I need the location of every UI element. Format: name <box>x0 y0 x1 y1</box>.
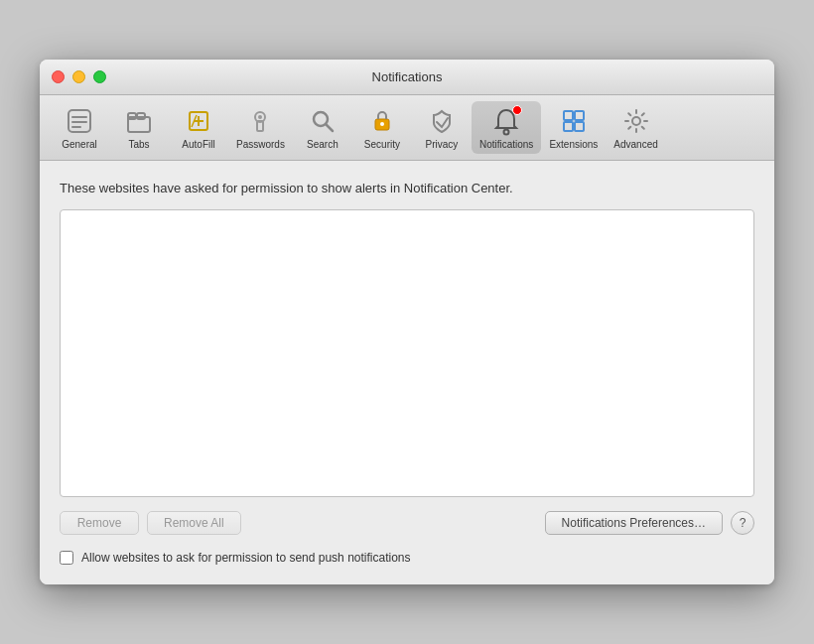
general-label: General <box>62 139 97 150</box>
toolbar-item-tabs[interactable]: Tabs <box>109 101 169 154</box>
general-icon <box>64 105 95 137</box>
push-notifications-checkbox[interactable] <box>60 551 73 565</box>
notifications-preferences-button[interactable]: Notifications Preferences… <box>545 511 723 535</box>
button-row: Remove Remove All Notifications Preferen… <box>60 511 754 535</box>
extensions-icon <box>558 105 590 137</box>
toolbar-item-autofill[interactable]: AutoFill <box>169 101 228 154</box>
svg-rect-20 <box>564 122 573 131</box>
autofill-label: AutoFill <box>182 139 214 150</box>
push-notifications-label: Allow websites to ask for permission to … <box>81 551 411 565</box>
security-icon <box>366 105 398 137</box>
advanced-icon <box>620 105 652 137</box>
svg-rect-3 <box>71 126 81 128</box>
toolbar-item-extensions[interactable]: Extensions <box>541 101 606 154</box>
autofill-icon <box>183 105 214 137</box>
svg-point-16 <box>380 122 384 126</box>
search-label: Search <box>307 139 339 150</box>
toolbar-item-notifications[interactable]: Notifications <box>472 101 541 154</box>
help-button[interactable]: ? <box>731 511 754 535</box>
titlebar: Notifications <box>40 60 774 95</box>
window-title: Notifications <box>372 69 443 84</box>
svg-point-17 <box>504 130 509 135</box>
content-area: These websites have asked for permission… <box>40 161 774 584</box>
toolbar-item-security[interactable]: Security <box>352 101 412 154</box>
privacy-icon <box>426 105 458 137</box>
passwords-icon <box>244 105 276 137</box>
toolbar-item-privacy[interactable]: Privacy <box>412 101 472 154</box>
tabs-icon <box>123 105 155 137</box>
description-text: These websites have asked for permission… <box>60 181 754 195</box>
svg-rect-18 <box>564 111 573 120</box>
minimize-button[interactable] <box>72 70 85 83</box>
remove-button[interactable]: Remove <box>60 511 139 535</box>
svg-point-12 <box>258 115 262 119</box>
search-icon <box>307 105 339 137</box>
advanced-label: Advanced <box>613 139 657 150</box>
maximize-button[interactable] <box>93 70 106 83</box>
svg-point-22 <box>632 117 640 125</box>
svg-rect-1 <box>71 116 87 118</box>
close-button[interactable] <box>52 70 65 83</box>
titlebar-buttons <box>52 70 106 83</box>
privacy-label: Privacy <box>426 139 459 150</box>
toolbar-item-advanced[interactable]: Advanced <box>606 101 665 154</box>
security-label: Security <box>364 139 400 150</box>
toolbar-item-passwords[interactable]: Passwords <box>228 101 293 154</box>
toolbar-item-search[interactable]: Search <box>293 101 352 154</box>
remove-all-button[interactable]: Remove All <box>147 511 241 535</box>
main-window: Notifications General <box>40 60 774 584</box>
websites-list <box>60 209 754 497</box>
svg-rect-19 <box>575 111 584 120</box>
svg-line-14 <box>326 125 333 132</box>
svg-rect-2 <box>71 121 87 123</box>
extensions-label: Extensions <box>549 139 598 150</box>
notifications-icon <box>490 105 522 137</box>
tabs-label: Tabs <box>128 139 149 150</box>
push-notifications-row: Allow websites to ask for permission to … <box>60 551 754 565</box>
passwords-label: Passwords <box>236 139 285 150</box>
notifications-label: Notifications <box>479 139 533 150</box>
svg-rect-21 <box>575 122 584 131</box>
toolbar: General Tabs Au <box>40 95 774 161</box>
toolbar-item-general[interactable]: General <box>50 101 109 154</box>
